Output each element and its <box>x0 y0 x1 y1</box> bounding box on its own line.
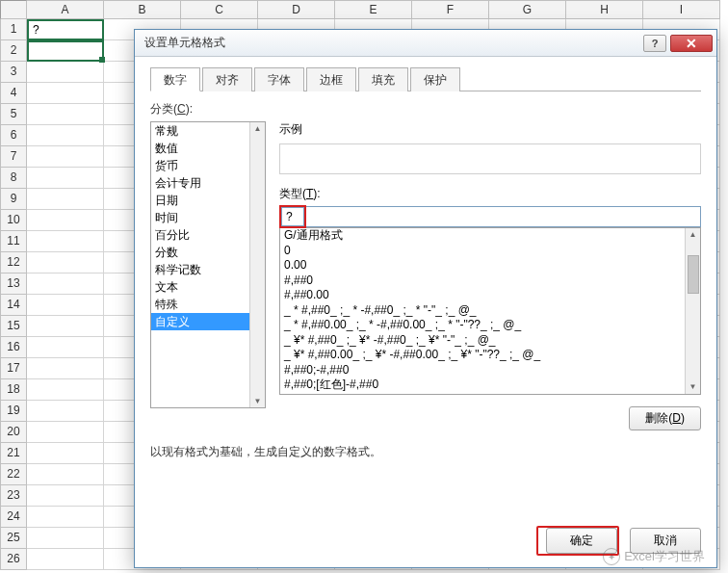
column-header[interactable]: A <box>27 0 104 19</box>
close-button[interactable]: ✕ <box>670 35 713 52</box>
row-header[interactable]: 24 <box>0 507 27 528</box>
row-header[interactable]: 5 <box>0 104 27 125</box>
cell[interactable] <box>27 168 104 189</box>
format-item[interactable]: #,##0.00;-#,##0.00 <box>280 393 700 396</box>
row-header[interactable]: 10 <box>0 210 27 231</box>
format-item[interactable]: _ * #,##0_ ;_ * -#,##0_ ;_ * "-"_ ;_ @_ <box>280 303 700 319</box>
cell[interactable] <box>27 528 104 549</box>
category-item[interactable]: 日期 <box>151 192 265 209</box>
format-item[interactable]: _ ¥* #,##0.00_ ;_ ¥* -#,##0.00_ ;_ ¥* "-… <box>280 348 700 363</box>
cell-a1[interactable]: ? <box>27 19 104 40</box>
format-item[interactable]: #,##0.00 <box>280 288 700 303</box>
column-header[interactable]: B <box>104 0 181 19</box>
category-item[interactable]: 科学记数 <box>151 261 265 278</box>
tab-4[interactable]: 填充 <box>358 67 408 91</box>
category-item[interactable]: 文本 <box>151 278 265 296</box>
row-header[interactable]: 15 <box>0 316 27 337</box>
cell-a2-selection[interactable] <box>27 40 104 62</box>
help-button[interactable]: ? <box>643 35 666 52</box>
category-listbox[interactable]: 常规数值货币会计专用日期时间百分比分数科学记数文本特殊自定义 ▲ ▼ <box>150 121 266 408</box>
cancel-button[interactable]: 取消 <box>630 528 701 554</box>
scroll-thumb[interactable] <box>688 255 699 294</box>
row-header[interactable]: 12 <box>0 252 27 273</box>
cell[interactable] <box>27 295 104 316</box>
row-header[interactable]: 25 <box>0 528 27 549</box>
category-item[interactable]: 时间 <box>151 209 265 226</box>
cell[interactable] <box>27 379 104 401</box>
row-header[interactable]: 22 <box>0 464 27 485</box>
row-header[interactable]: 19 <box>0 401 27 422</box>
cell[interactable] <box>27 549 104 570</box>
category-item[interactable]: 数值 <box>151 140 265 157</box>
scroll-up-icon[interactable]: ▲ <box>254 124 262 133</box>
tab-0[interactable]: 数字 <box>150 67 200 91</box>
ok-button[interactable]: 确定 <box>546 528 617 554</box>
category-item[interactable]: 货币 <box>151 157 265 174</box>
row-header[interactable]: 14 <box>0 295 27 316</box>
category-item[interactable]: 特殊 <box>151 296 265 313</box>
format-item[interactable]: #,##0;-#,##0 <box>280 363 700 378</box>
delete-button[interactable]: 删除(D) <box>629 406 701 430</box>
scroll-down-icon[interactable]: ▼ <box>689 380 697 394</box>
row-header[interactable]: 1 <box>0 19 27 40</box>
column-header[interactable]: I <box>643 0 720 19</box>
scroll-up-icon[interactable]: ▲ <box>689 228 697 242</box>
row-header[interactable]: 13 <box>0 273 27 295</box>
row-header[interactable]: 20 <box>0 422 27 443</box>
tab-3[interactable]: 边框 <box>306 67 356 91</box>
row-header[interactable]: 18 <box>0 379 27 401</box>
row-header[interactable]: 23 <box>0 485 27 507</box>
column-header[interactable]: D <box>258 0 335 19</box>
tab-1[interactable]: 对齐 <box>202 67 252 91</box>
category-item[interactable]: 分数 <box>151 244 265 261</box>
cell[interactable] <box>27 210 104 231</box>
format-item[interactable]: _ * #,##0.00_ ;_ * -#,##0.00_ ;_ * "-"??… <box>280 318 700 333</box>
format-item[interactable]: 0.00 <box>280 258 700 273</box>
cell[interactable] <box>27 485 104 507</box>
type-input-field[interactable] <box>279 206 701 227</box>
format-item[interactable]: #,##0 <box>280 273 700 289</box>
cell[interactable] <box>27 83 104 104</box>
cell[interactable] <box>27 231 104 252</box>
row-header[interactable]: 6 <box>0 125 27 146</box>
category-item[interactable]: 会计专用 <box>151 174 265 192</box>
cell[interactable] <box>27 125 104 146</box>
scroll-down-icon[interactable]: ▼ <box>254 397 262 405</box>
category-scrollbar[interactable]: ▲ ▼ <box>249 122 265 407</box>
row-header[interactable]: 26 <box>0 549 27 570</box>
row-header[interactable]: 21 <box>0 443 27 464</box>
cell[interactable] <box>27 358 104 379</box>
row-header[interactable]: 11 <box>0 231 27 252</box>
row-header[interactable]: 9 <box>0 189 27 210</box>
row-header[interactable]: 3 <box>0 62 27 83</box>
cell[interactable] <box>27 252 104 273</box>
cell[interactable] <box>27 507 104 528</box>
fill-handle[interactable] <box>99 57 105 63</box>
format-item[interactable]: G/通用格式 <box>280 228 700 244</box>
column-header[interactable]: C <box>181 0 258 19</box>
column-header[interactable]: G <box>489 0 566 19</box>
cell[interactable] <box>27 443 104 464</box>
column-header[interactable]: F <box>412 0 489 19</box>
cell[interactable] <box>27 273 104 295</box>
format-scrollbar[interactable]: ▲ ▼ <box>685 228 700 394</box>
type-input[interactable] <box>281 207 304 226</box>
cell[interactable] <box>27 104 104 125</box>
format-item[interactable]: #,##0;[红色]-#,##0 <box>280 378 700 393</box>
cell[interactable] <box>27 337 104 358</box>
row-header[interactable]: 17 <box>0 358 27 379</box>
dialog-titlebar[interactable]: 设置单元格格式 ? ✕ <box>135 30 716 57</box>
category-item[interactable]: 百分比 <box>151 226 265 244</box>
tab-2[interactable]: 字体 <box>254 67 304 91</box>
cell[interactable] <box>27 62 104 83</box>
row-header[interactable]: 2 <box>0 40 27 62</box>
format-item[interactable]: _ ¥* #,##0_ ;_ ¥* -#,##0_ ;_ ¥* "-"_ ;_ … <box>280 333 700 349</box>
cell[interactable] <box>27 422 104 443</box>
row-header[interactable]: 7 <box>0 146 27 168</box>
row-header[interactable]: 4 <box>0 83 27 104</box>
row-header[interactable]: 16 <box>0 337 27 358</box>
tab-5[interactable]: 保护 <box>410 67 460 91</box>
cell[interactable] <box>27 189 104 210</box>
cell[interactable] <box>27 464 104 485</box>
category-item[interactable]: 自定义 <box>151 313 265 330</box>
